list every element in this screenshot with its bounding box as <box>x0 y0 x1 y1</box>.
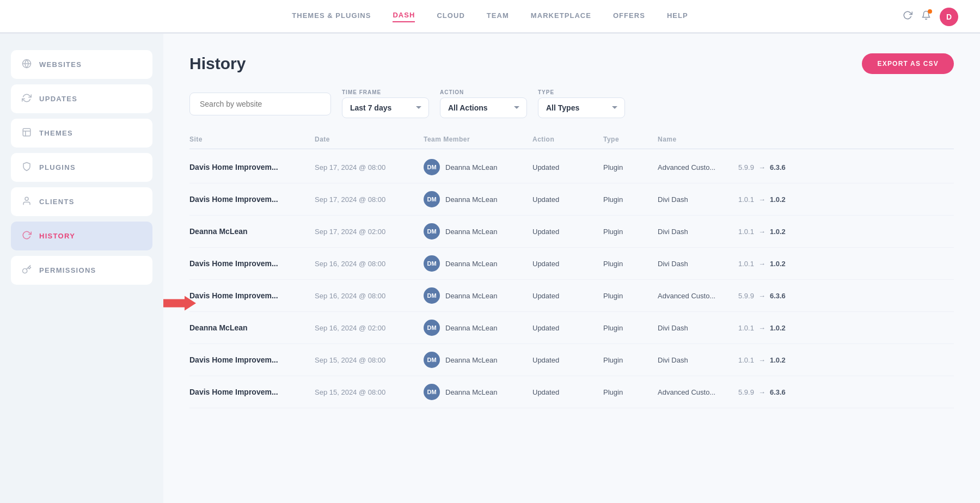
shield-icon <box>22 162 32 173</box>
version-to: 1.0.2 <box>770 195 786 204</box>
cell-action: Updated <box>532 163 603 171</box>
page-title: History <box>189 54 246 73</box>
cell-name: Advanced Custo...5.9.9 → 6.3.6 <box>658 163 954 171</box>
plugin-name: Divi Dash <box>658 195 734 204</box>
sidebar-item-clients[interactable]: CLIENTS <box>11 187 152 216</box>
history-icon <box>22 230 32 242</box>
nav-link-offers[interactable]: OFFERS <box>613 11 645 22</box>
sidebar-item-websites[interactable]: WEBSITES <box>11 50 152 79</box>
member-name: Deanna McLean <box>445 356 497 364</box>
cell-site: Davis Home Improvem... <box>189 163 315 171</box>
version-arrow-icon: → <box>758 195 765 204</box>
notifications-button[interactable] <box>921 10 931 23</box>
plugin-name: Divi Dash <box>658 356 734 364</box>
cell-action: Updated <box>532 324 603 332</box>
cell-type: Plugin <box>603 260 658 268</box>
sidebar-item-label: PLUGINS <box>39 163 76 171</box>
cell-member: DMDeanna McLean <box>424 287 532 304</box>
cell-site: Deanna McLean <box>189 227 315 236</box>
version-from: 1.0.1 <box>738 356 754 364</box>
avatar[interactable]: D <box>940 8 958 26</box>
sidebar-item-themes[interactable]: THEMES <box>11 119 152 148</box>
table-header: SiteDateTeam MemberActionTypeName <box>189 136 954 149</box>
cell-action: Updated <box>532 260 603 268</box>
cell-action: Updated <box>532 356 603 364</box>
table-row: Davis Home Improvem...Sep 15, 2024 @ 08:… <box>189 376 954 408</box>
cell-date: Sep 17, 2024 @ 08:00 <box>315 163 424 171</box>
member-avatar: DM <box>424 320 440 336</box>
member-avatar: DM <box>424 255 440 272</box>
version-arrow-icon: → <box>758 356 765 364</box>
member-name: Deanna McLean <box>445 228 497 236</box>
time-frame-select[interactable]: Last 7 daysLast 30 daysLast 90 daysAll t… <box>342 97 429 118</box>
table-body: Davis Home Improvem...Sep 17, 2024 @ 08:… <box>189 151 954 408</box>
cell-site: Davis Home Improvem... <box>189 388 315 396</box>
table-row: Davis Home Improvem...Sep 16, 2024 @ 08:… <box>189 248 954 280</box>
col-header-type: Type <box>603 136 658 143</box>
nav-link-help[interactable]: HELP <box>667 11 688 22</box>
member-name: Deanna McLean <box>445 292 497 300</box>
cell-site: Davis Home Improvem... <box>189 355 315 364</box>
version-arrow-icon: → <box>758 388 765 396</box>
member-name: Deanna McLean <box>445 163 497 171</box>
sidebar-item-plugins[interactable]: PLUGINS <box>11 153 152 182</box>
sidebar-item-permissions[interactable]: PERMISSIONS <box>11 256 152 285</box>
time-frame-label: TIME FRAME <box>342 89 429 95</box>
top-nav: THEMES & PLUGINSDASHCLOUDTEAMMARKETPLACE… <box>0 0 980 34</box>
cell-date: Sep 16, 2024 @ 08:00 <box>315 292 424 300</box>
member-avatar: DM <box>424 287 440 304</box>
member-name: Deanna McLean <box>445 324 497 332</box>
svg-point-5 <box>25 197 28 200</box>
col-header-name: Name <box>658 136 954 143</box>
cell-member: DMDeanna McLean <box>424 320 532 336</box>
version-to: 1.0.2 <box>770 324 786 332</box>
version-from: 1.0.1 <box>738 195 754 204</box>
cell-date: Sep 15, 2024 @ 08:00 <box>315 356 424 364</box>
search-input[interactable] <box>189 93 331 115</box>
member-name: Deanna McLean <box>445 260 497 268</box>
nav-link-marketplace[interactable]: MARKETPLACE <box>531 11 591 22</box>
plugin-name: Advanced Custo... <box>658 388 734 396</box>
main-content: History EXPORT AS CSV TIME FRAME Last 7 … <box>163 34 980 503</box>
time-frame-filter: TIME FRAME Last 7 daysLast 30 daysLast 9… <box>342 89 429 118</box>
sidebar-item-label: PERMISSIONS <box>39 266 96 274</box>
version-arrow-icon: → <box>758 228 765 236</box>
sidebar-item-updates[interactable]: UPDATES <box>11 84 152 113</box>
nav-link-themes-plugins[interactable]: THEMES & PLUGINS <box>292 11 371 22</box>
nav-link-cloud[interactable]: CLOUD <box>437 11 464 22</box>
refresh-button[interactable] <box>903 10 912 23</box>
nav-link-dash[interactable]: DASH <box>393 11 415 22</box>
table-row: Davis Home Improvem...Sep 15, 2024 @ 08:… <box>189 344 954 376</box>
cell-action: Updated <box>532 195 603 204</box>
member-avatar: DM <box>424 223 440 240</box>
cell-date: Sep 17, 2024 @ 08:00 <box>315 195 424 204</box>
cell-site: Davis Home Improvem... <box>189 291 315 300</box>
sidebar-item-history[interactable]: HISTORY <box>11 222 152 250</box>
cell-name: Divi Dash1.0.1 → 1.0.2 <box>658 260 954 268</box>
sidebar-item-label: THEMES <box>39 129 73 137</box>
cell-name: Divi Dash1.0.1 → 1.0.2 <box>658 228 954 236</box>
nav-link-team[interactable]: TEAM <box>487 11 509 22</box>
export-csv-button[interactable]: EXPORT AS CSV <box>862 53 954 74</box>
cell-type: Plugin <box>603 195 658 204</box>
type-select[interactable]: All TypesPluginThemeCore <box>538 97 625 118</box>
cell-member: DMDeanna McLean <box>424 255 532 272</box>
nav-links: THEMES & PLUGINSDASHCLOUDTEAMMARKETPLACE… <box>292 11 688 22</box>
cell-type: Plugin <box>603 292 658 300</box>
plugin-name: Divi Dash <box>658 324 734 332</box>
cell-member: DMDeanna McLean <box>424 384 532 400</box>
sidebar-item-label: CLIENTS <box>39 198 75 206</box>
member-avatar: DM <box>424 352 440 368</box>
page-header: History EXPORT AS CSV <box>189 53 954 74</box>
cell-member: DMDeanna McLean <box>424 223 532 240</box>
table-row: Deanna McLeanSep 16, 2024 @ 02:00DMDeann… <box>189 312 954 344</box>
cell-type: Plugin <box>603 324 658 332</box>
sidebar-item-label: UPDATES <box>39 95 77 103</box>
filters-bar: TIME FRAME Last 7 daysLast 30 daysLast 9… <box>189 89 954 118</box>
notification-dot <box>928 9 932 14</box>
cell-name: Advanced Custo...5.9.9 → 6.3.6 <box>658 292 954 300</box>
sidebar: WEBSITESUPDATESTHEMESPLUGINSCLIENTSHISTO… <box>0 34 163 503</box>
action-select[interactable]: All ActionsUpdatedInstalledDeleted <box>440 97 527 118</box>
cell-site: Deanna McLean <box>189 323 315 332</box>
cell-date: Sep 17, 2024 @ 02:00 <box>315 228 424 236</box>
